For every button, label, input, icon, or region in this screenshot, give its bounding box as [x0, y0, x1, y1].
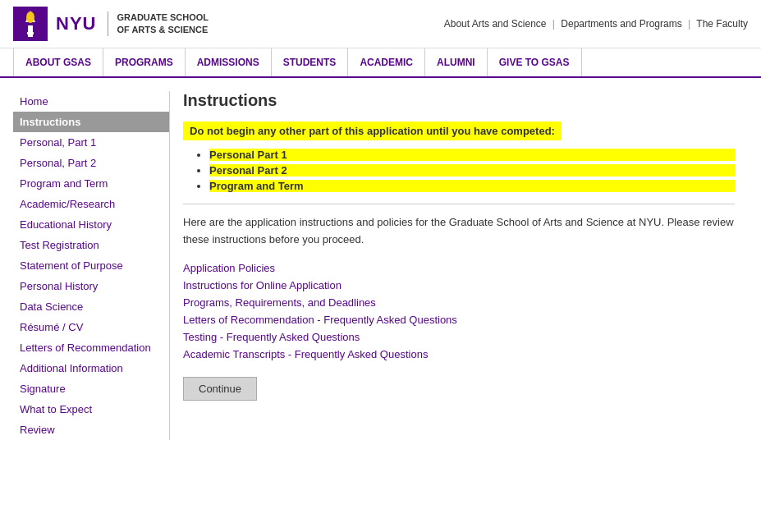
bullet-program-term: Program and Term — [209, 180, 735, 192]
bullet-list: Personal Part 1 Personal Part 2 Program … — [209, 149, 735, 192]
main-content: Instructions Do not begin any other part… — [169, 91, 748, 440]
sidebar-letters-recommendation[interactable]: Letters of Recommendation — [13, 337, 169, 358]
sidebar-instructions[interactable]: Instructions — [13, 112, 169, 132]
sidebar-personal-history[interactable]: Personal History — [13, 276, 169, 296]
sidebar-academic-research[interactable]: Academic/Research — [13, 194, 169, 214]
faculty-link[interactable]: The Faculty — [696, 18, 748, 30]
link-letters-faq[interactable]: Letters of Recommendation - Frequently A… — [183, 314, 735, 326]
sidebar: Home Instructions Personal, Part 1 Perso… — [13, 91, 169, 440]
continue-button[interactable]: Continue — [183, 377, 257, 401]
nav-academic[interactable]: ACADEMIC — [348, 48, 425, 76]
top-bar: NYU GRADUATE SCHOOL OF ARTS & SCIENCE Ab… — [0, 0, 761, 48]
departments-link[interactable]: Departments and Programs — [561, 18, 681, 30]
about-arts-link[interactable]: About Arts and Science — [444, 18, 547, 30]
school-name: GRADUATE SCHOOL OF ARTS & SCIENCE — [108, 11, 209, 37]
sidebar-statement-purpose[interactable]: Statement of Purpose — [13, 255, 169, 276]
bullet-personal-part2: Personal Part 2 — [209, 164, 735, 177]
link-transcripts-faq[interactable]: Academic Transcripts - Frequently Asked … — [183, 348, 735, 360]
svg-rect-0 — [28, 25, 33, 37]
link-instructions-online[interactable]: Instructions for Online Application — [183, 279, 735, 291]
sidebar-home[interactable]: Home — [13, 91, 169, 112]
sidebar-test-registration[interactable]: Test Registration — [13, 235, 169, 255]
bullet-personal-part1: Personal Part 1 — [209, 149, 735, 161]
warning-box: Do not begin any other part of this appl… — [183, 122, 562, 140]
sidebar-additional-info[interactable]: Additional Information — [13, 358, 169, 378]
nav-admissions[interactable]: ADMISSIONS — [186, 48, 272, 76]
sidebar-data-science[interactable]: Data Science — [13, 296, 169, 317]
nav-students[interactable]: STUDENTS — [272, 48, 349, 76]
logo-area: NYU GRADUATE SCHOOL OF ARTS & SCIENCE — [13, 7, 209, 41]
section-divider — [183, 204, 735, 204]
svg-point-2 — [26, 11, 34, 23]
sidebar-signature[interactable]: Signature — [13, 378, 169, 399]
link-application-policies[interactable]: Application Policies — [183, 262, 735, 274]
sidebar-resume-cv[interactable]: Résumé / CV — [13, 317, 169, 337]
nav-about-gsas[interactable]: ABOUT GSAS — [13, 48, 103, 76]
nav-give[interactable]: GIVE TO GSAS — [488, 48, 582, 76]
sidebar-what-to-expect[interactable]: What to Expect — [13, 399, 169, 420]
top-links: About Arts and Science | Departments and… — [444, 18, 748, 30]
description-text: Here are the application instructions an… — [183, 214, 735, 249]
page-title: Instructions — [183, 91, 735, 110]
link-testing-faq[interactable]: Testing - Frequently Asked Questions — [183, 331, 735, 343]
sidebar-personal-part2[interactable]: Personal, Part 2 — [13, 153, 169, 173]
svg-rect-3 — [27, 32, 34, 34]
sidebar-personal-part1[interactable]: Personal, Part 1 — [13, 132, 169, 153]
nyu-wordmark: NYU — [56, 13, 96, 34]
sidebar-review[interactable]: Review — [13, 420, 169, 440]
content-area: Home Instructions Personal, Part 1 Perso… — [0, 78, 761, 453]
sidebar-program-term[interactable]: Program and Term — [13, 173, 169, 194]
sidebar-educational-history[interactable]: Educational History — [13, 214, 169, 235]
nav-alumni[interactable]: ALUMNI — [425, 48, 488, 76]
nav-programs[interactable]: PROGRAMS — [103, 48, 186, 76]
links-section: Application Policies Instructions for On… — [183, 262, 735, 360]
link-programs-requirements[interactable]: Programs, Requirements, and Deadlines — [183, 296, 735, 309]
main-nav: ABOUT GSAS PROGRAMS ADMISSIONS STUDENTS … — [0, 48, 761, 78]
nyu-torch-logo — [13, 7, 48, 41]
